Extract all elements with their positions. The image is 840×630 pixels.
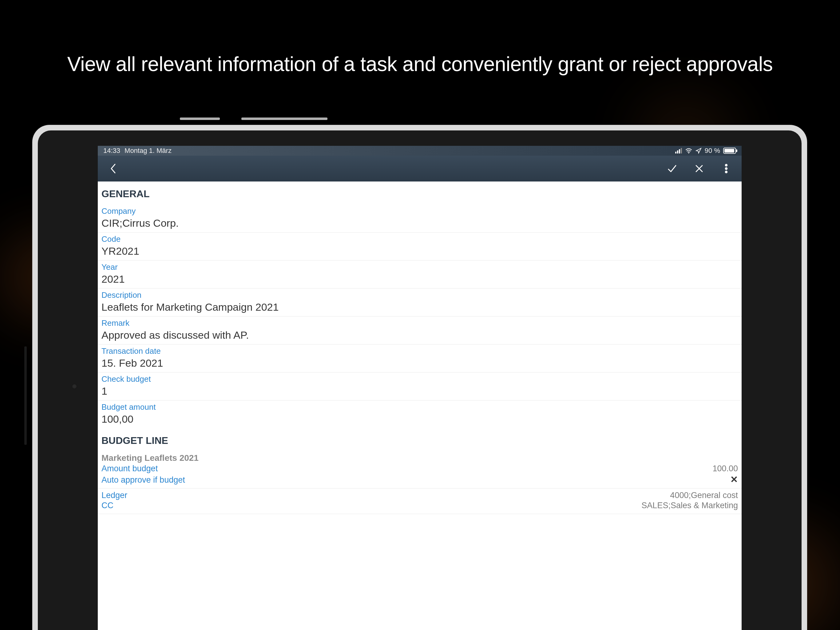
ledger-label: Ledger <box>101 491 127 500</box>
field-label: Description <box>101 290 738 300</box>
field-label: Code <box>101 234 738 244</box>
close-icon <box>694 164 704 174</box>
app-toolbar <box>98 156 742 182</box>
field-label: Remark <box>101 318 738 328</box>
field-label: Transaction date <box>101 347 738 356</box>
wifi-icon <box>685 148 692 154</box>
device-camera <box>72 384 77 389</box>
reject-button[interactable] <box>693 162 705 175</box>
field-transaction-date: Transaction date 15. Feb 2021 <box>98 345 742 372</box>
svg-point-2 <box>725 168 727 169</box>
budget-line-autoapprove-row: Auto approve if budget ✕ <box>98 474 742 485</box>
auto-approve-value-x-icon: ✕ <box>730 474 738 485</box>
field-value: 15. Feb 2021 <box>101 357 738 369</box>
detail-content[interactable]: GENERAL Company CIR;Cirrus Corp. Code YR… <box>98 182 742 514</box>
chevron-left-icon <box>109 163 117 174</box>
status-time: 14:33 <box>103 147 120 155</box>
budget-line-amount-row: Amount budget 100.00 <box>98 464 742 474</box>
field-label: Check budget <box>101 374 738 384</box>
cc-label: CC <box>101 501 114 510</box>
budget-line-item-title: Marketing Leaflets 2021 <box>98 451 742 464</box>
budget-line-ledger-row: Ledger 4000;General cost <box>98 490 742 500</box>
field-value: CIR;Cirrus Corp. <box>101 217 738 229</box>
check-icon <box>666 163 677 174</box>
field-value: 100,00 <box>101 413 738 425</box>
field-value: Leaflets for Marketing Campaign 2021 <box>101 301 738 313</box>
marketing-headline: View all relevant information of a task … <box>0 52 840 76</box>
section-general-title: GENERAL <box>98 182 742 204</box>
location-icon <box>695 148 702 154</box>
amount-budget-label: Amount budget <box>101 464 158 473</box>
field-label: Budget amount <box>101 402 738 412</box>
field-value: YR2021 <box>101 245 738 257</box>
svg-point-3 <box>725 171 727 173</box>
field-label: Year <box>101 263 738 272</box>
cc-value: SALES;Sales & Marketing <box>641 501 738 510</box>
more-vertical-icon <box>725 164 728 174</box>
field-remark: Remark Approved as discussed with AP. <box>98 317 742 345</box>
ledger-value: 4000;General cost <box>670 491 738 500</box>
field-description: Description Leaflets for Marketing Campa… <box>98 288 742 317</box>
field-value: Approved as discussed with AP. <box>101 329 738 341</box>
svg-point-0 <box>688 153 689 154</box>
field-value: 1 <box>101 385 738 397</box>
svg-point-1 <box>725 164 727 166</box>
status-bar: 14:33 Montag 1. März 90 % <box>98 146 742 156</box>
approve-button[interactable] <box>666 162 678 175</box>
field-label: Company <box>101 206 738 216</box>
more-options-button[interactable] <box>720 162 733 175</box>
field-company: Company CIR;Cirrus Corp. <box>98 204 742 233</box>
field-year: Year 2021 <box>98 261 742 288</box>
field-check-budget: Check budget 1 <box>98 372 742 400</box>
field-value: 2021 <box>101 273 738 285</box>
battery-percent: 90 % <box>705 147 720 155</box>
back-button[interactable] <box>107 162 119 175</box>
status-date: Montag 1. März <box>125 147 172 155</box>
budget-line-cc-row: CC SALES;Sales & Marketing <box>98 500 742 511</box>
app-screen: 14:33 Montag 1. März 90 % <box>98 146 742 630</box>
amount-budget-value: 100.00 <box>712 464 738 473</box>
tablet-device-frame: 14:33 Montag 1. März 90 % <box>32 125 807 630</box>
field-budget-amount: Budget amount 100,00 <box>98 400 742 428</box>
auto-approve-label: Auto approve if budget <box>101 475 185 485</box>
field-code: Code YR2021 <box>98 233 742 261</box>
cellular-signal-icon <box>675 148 682 154</box>
battery-icon <box>723 148 736 154</box>
section-budget-line-title: BUDGET LINE <box>98 428 742 451</box>
